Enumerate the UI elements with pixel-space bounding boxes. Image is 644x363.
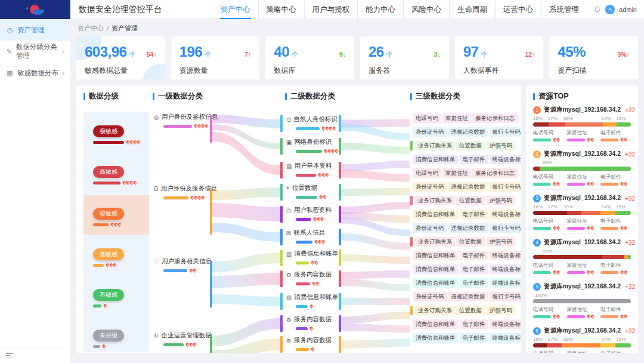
data-tag[interactable]: 消费信息和账单 [413, 264, 459, 274]
nav-item-6[interactable]: 生命周期 [449, 0, 495, 19]
breadcrumb-root[interactable]: 资产中心 [78, 24, 104, 33]
sankey-node[interactable] [339, 138, 341, 155]
sankey-node[interactable] [280, 162, 283, 179]
sankey-node[interactable] [280, 315, 283, 332]
data-tag[interactable]: 业务订购关系 [415, 141, 455, 150]
sankey-node[interactable] [280, 115, 283, 132]
data-tag[interactable]: 银行卡号码 [490, 223, 522, 233]
data-tag[interactable]: 消费信息和账单 [413, 278, 459, 288]
sankey-node[interactable] [339, 250, 341, 266]
resource-item-5[interactable]: 5资源库mysql_192.168.34.2+32100%电话号码家庭住址电子邮… [533, 278, 631, 322]
sankey-node[interactable] [280, 336, 283, 353]
data-tag[interactable]: 消费信息和账单 [413, 155, 459, 164]
nav-item-5[interactable]: 风险中心 [403, 0, 449, 19]
grade-pill[interactable]: 低敏感 [93, 248, 124, 260]
resource-item-2[interactable]: 2资源库mysql_192.168.34.2+3293%电话号码家庭住址电子邮件 [533, 146, 631, 190]
resource-item-4[interactable]: 4资源库mysql_192.168.34.2+3293%电话号码家庭住址电子邮件 [533, 234, 631, 278]
data-tag[interactable]: 银行卡号码 [490, 182, 522, 192]
nav-item-1[interactable]: 资产中心 [213, 0, 258, 19]
sankey-node[interactable] [339, 315, 341, 332]
sidebar-item-3[interactable]: ▦敏感数据分布∨ [0, 62, 70, 84]
sankey-node[interactable] [280, 270, 283, 287]
resource-item-3[interactable]: 3资源库mysql_192.168.34.2+3216%17%39%14%15%… [533, 190, 631, 234]
sankey-node[interactable] [339, 270, 341, 287]
data-tag[interactable]: 身份证号码 [413, 223, 447, 233]
sankey-node[interactable] [339, 206, 341, 223]
data-tag[interactable]: 消费信息和账单 [413, 333, 459, 343]
data-tag[interactable]: 电子邮件 [460, 319, 488, 329]
sankey-node[interactable] [210, 188, 212, 235]
data-tag[interactable]: 电子邮件 [460, 333, 488, 343]
sidebar-item-1[interactable]: ◷资产管理 [0, 19, 70, 41]
data-tag[interactable]: 电话号码 [413, 168, 441, 178]
sankey-node[interactable] [280, 250, 283, 266]
data-tag[interactable]: 违规记录数据 [448, 292, 488, 302]
data-tag[interactable]: 电子邮件 [460, 251, 488, 260]
sankey-node[interactable] [280, 184, 283, 201]
grade-pill[interactable]: 较敏感 [93, 208, 124, 220]
data-tag[interactable]: 护照号码 [487, 306, 515, 315]
sankey-node[interactable] [339, 293, 341, 310]
sankey-node[interactable] [210, 261, 212, 307]
sankey-node[interactable] [210, 334, 212, 353]
bell-icon[interactable] [593, 5, 601, 14]
data-tag[interactable]: 终端设备标识 [490, 210, 522, 219]
data-tag[interactable]: 身份证号码 [413, 292, 447, 302]
data-tag[interactable]: 位置数据 [456, 237, 485, 247]
data-tag[interactable]: 电子邮件 [460, 210, 488, 219]
data-tag[interactable]: 身份证号码 [413, 127, 447, 137]
sankey-node[interactable] [410, 196, 413, 205]
data-tag[interactable]: 终端设备标识 [490, 264, 522, 274]
data-tag[interactable]: 位置数据 [456, 306, 485, 315]
data-tag[interactable]: 终端设备标识 [490, 333, 522, 343]
data-tag[interactable]: 消费信息和账单 [413, 251, 459, 260]
data-tag[interactable]: 业务订购关系 [415, 196, 455, 205]
data-tag[interactable]: 业务订购关系 [415, 306, 455, 315]
nav-item-8[interactable]: 系统管理 [541, 0, 587, 19]
sidebar-item-2[interactable]: ✎数据分级分类管理∨ [0, 41, 70, 62]
grade-pill[interactable]: 不敏感 [93, 289, 124, 301]
data-tag[interactable]: 终端设备标识 [490, 155, 522, 164]
data-tag[interactable]: 护照号码 [487, 141, 515, 150]
avatar[interactable]: A [605, 5, 615, 14]
sankey-node[interactable] [339, 162, 341, 179]
collapse-sidebar-icon[interactable] [6, 353, 13, 358]
sankey-node[interactable] [280, 138, 283, 155]
data-tag[interactable]: 违规记录数据 [448, 182, 488, 192]
sankey-node[interactable] [280, 206, 283, 223]
sankey-node[interactable] [339, 229, 341, 245]
data-tag[interactable]: 护照号码 [487, 196, 515, 205]
data-tag[interactable]: 身份证号码 [413, 182, 447, 192]
grade-pill[interactable]: 高敏感 [93, 166, 124, 178]
grade-pill[interactable]: 未分级 [93, 330, 124, 342]
data-tag[interactable]: 业务订购关系 [415, 237, 455, 247]
nav-item-4[interactable]: 能力中心 [357, 0, 403, 19]
grade-pill[interactable]: 极敏感 [93, 125, 124, 137]
data-tag[interactable]: 家庭住址 [442, 113, 471, 123]
resource-item-6[interactable]: 6资源库mysql_192.168.34.2+3216%17%39%14%15%… [533, 322, 631, 353]
data-tag[interactable]: 银行卡号码 [490, 127, 522, 137]
sankey-node[interactable] [410, 141, 413, 150]
data-tag[interactable]: 服务记录和日志 [472, 168, 518, 178]
nav-item-2[interactable]: 策略中心 [258, 0, 304, 19]
sankey-node[interactable] [339, 336, 341, 353]
username[interactable]: admin [619, 6, 637, 13]
data-tag[interactable]: 家庭住址 [442, 168, 471, 178]
data-tag[interactable]: 服务记录和日志 [472, 113, 518, 123]
data-tag[interactable]: 位置数据 [456, 196, 485, 205]
nav-item-7[interactable]: 运营中心 [495, 0, 541, 19]
data-tag[interactable]: 电子邮件 [460, 278, 488, 288]
data-tag[interactable]: 电话号码 [413, 113, 441, 123]
resource-item-1[interactable]: 1资源库mysql_192.168.34.2+3216%17%39%14%15%… [533, 101, 631, 146]
data-tag[interactable]: 违规记录数据 [448, 223, 488, 233]
sankey-node[interactable] [339, 184, 341, 201]
data-tag[interactable]: 终端设备标识 [490, 319, 522, 329]
sankey-node[interactable] [410, 306, 413, 315]
data-tag[interactable]: 消费信息和账单 [413, 319, 459, 329]
sankey-node[interactable] [339, 115, 341, 132]
data-tag[interactable]: 护照号码 [487, 237, 515, 247]
sankey-node[interactable] [210, 115, 212, 143]
data-tag[interactable]: 位置数据 [456, 141, 485, 150]
sankey-node[interactable] [280, 229, 283, 245]
data-tag[interactable]: 终端设备标识 [490, 278, 522, 288]
